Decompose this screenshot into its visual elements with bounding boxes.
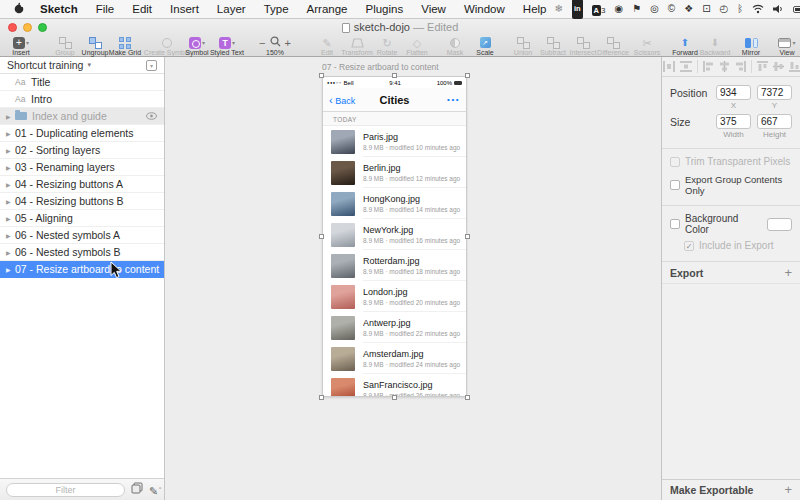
- volume-status-icon[interactable]: [773, 0, 784, 18]
- background-color-checkbox[interactable]: [670, 219, 680, 229]
- insert-button[interactable]: +▾ Insert: [8, 36, 34, 56]
- layer-row-04-resizing-buttons-b[interactable]: ▶ 04 - Resizing buttons B: [0, 193, 164, 210]
- ungroup-button[interactable]: Ungroup: [82, 36, 108, 56]
- resize-handle-bottom-right[interactable]: [465, 395, 470, 400]
- disclosure-triangle-icon[interactable]: ▶: [6, 164, 15, 171]
- make-exportable-add-button[interactable]: +: [784, 484, 792, 496]
- add-export-button[interactable]: +: [784, 267, 792, 279]
- forward-button[interactable]: ⬆ Forward: [672, 36, 698, 56]
- menu-edit[interactable]: Edit: [124, 0, 160, 18]
- resize-handle-middle-right[interactable]: [465, 234, 470, 239]
- background-color-well[interactable]: [767, 218, 792, 231]
- menu-file[interactable]: File: [88, 0, 123, 18]
- size-width-input[interactable]: [716, 114, 751, 129]
- position-y-input[interactable]: [757, 85, 792, 100]
- zoom-out-button[interactable]: −: [259, 37, 265, 49]
- scale-button[interactable]: ↗ Scale: [472, 36, 498, 56]
- layer-row-title[interactable]: Aa Title: [0, 74, 164, 91]
- record-status-icon[interactable]: ◎: [650, 0, 659, 18]
- resize-handle-middle-left[interactable]: [319, 234, 324, 239]
- disclosure-triangle-icon[interactable]: ▶: [6, 113, 15, 120]
- copyright-status-icon[interactable]: ©: [668, 0, 675, 18]
- bluetooth-status-icon[interactable]: ᛒ: [737, 0, 743, 18]
- menu-arrange[interactable]: Arrange: [299, 0, 356, 18]
- menu-plugins[interactable]: Plugins: [357, 0, 411, 18]
- file-row-hongkong[interactable]: HongKong.jpg8.9 MB · modified 14 minutes…: [323, 188, 466, 219]
- disclosure-triangle-icon[interactable]: ▶: [6, 130, 15, 137]
- menu-window[interactable]: Window: [456, 0, 513, 18]
- file-row-rotterdam[interactable]: Rotterdam.jpg8.9 MB · modified 18 minute…: [323, 250, 466, 281]
- adobe-cc-status-icon[interactable]: A3: [592, 0, 606, 20]
- resize-handle-top-center[interactable]: [392, 73, 397, 78]
- size-height-input[interactable]: [757, 114, 792, 129]
- file-row-berlin[interactable]: Berlin.jpg8.9 MB · modified 12 minutes a…: [323, 157, 466, 188]
- menu-layer[interactable]: Layer: [209, 0, 254, 18]
- align-top-icon[interactable]: [757, 61, 768, 72]
- disclosure-triangle-icon[interactable]: ▶: [6, 147, 15, 154]
- view-button[interactable]: ▾ View: [774, 36, 800, 56]
- resize-handle-bottom-left[interactable]: [319, 395, 324, 400]
- pages-icon[interactable]: [131, 482, 143, 497]
- eye-visibility-icon[interactable]: [146, 110, 157, 122]
- menu-help[interactable]: Help: [515, 0, 555, 18]
- symbol-button[interactable]: ▾ Symbol: [184, 36, 210, 56]
- layer-row-04-resizing-buttons-a[interactable]: ▶ 04 - Resizing buttons A: [0, 176, 164, 193]
- export-group-contents-row[interactable]: Export Group Contents Only: [662, 174, 800, 196]
- layer-row-07-resize-artboard-to-content[interactable]: ▶ 07 - Resize artboard to content: [0, 261, 164, 278]
- layer-row-01-duplicating-elements[interactable]: ▶ 01 - Duplicating elements: [0, 125, 164, 142]
- disclosure-triangle-icon[interactable]: ▶: [6, 181, 15, 188]
- resize-handle-top-left[interactable]: [319, 73, 324, 78]
- disclosure-triangle-icon[interactable]: ▶: [6, 232, 15, 239]
- minimize-window-button[interactable]: [23, 23, 32, 32]
- file-row-paris[interactable]: Paris.jpg8.9 MB · modified 10 minutes ag…: [323, 126, 466, 157]
- disclosure-triangle-icon[interactable]: ▶: [6, 249, 15, 256]
- airplay-status-icon[interactable]: ⊡: [702, 0, 710, 18]
- file-row-newyork[interactable]: NewYork.jpg8.9 MB · modified 16 minutes …: [323, 219, 466, 250]
- align-bottom-icon[interactable]: [789, 61, 800, 72]
- time-machine-status-icon[interactable]: ◴: [720, 0, 729, 18]
- position-x-input[interactable]: [716, 85, 751, 100]
- resize-handle-bottom-center[interactable]: [392, 395, 397, 400]
- disclosure-triangle-icon[interactable]: ▶: [6, 266, 15, 273]
- mirror-button[interactable]: Mirror: [738, 36, 764, 56]
- filter-input[interactable]: [6, 483, 125, 497]
- linkedin-status-icon[interactable]: in: [572, 0, 583, 19]
- menu-type[interactable]: Type: [256, 0, 297, 18]
- layer-row-06-nested-symbols-a[interactable]: ▶ 06 - Nested symbols A: [0, 227, 164, 244]
- bookmark-status-icon[interactable]: ⚑: [632, 0, 641, 18]
- disclosure-triangle-icon[interactable]: ▶: [6, 198, 15, 205]
- layer-row-05-aligning[interactable]: ▶ 05 - Aligning: [0, 210, 164, 227]
- artboard-title[interactable]: 07 - Resize artboard to content: [322, 62, 467, 72]
- zoom-window-button[interactable]: [38, 23, 47, 32]
- file-row-antwerp[interactable]: Antwerp.jpg8.9 MB · modified 22 minutes …: [323, 312, 466, 343]
- resize-handle-top-right[interactable]: [465, 73, 470, 78]
- snowflake-status-icon[interactable]: ❄: [554, 0, 562, 18]
- page-list-toggle-icon[interactable]: ▾: [146, 60, 157, 71]
- distribute-horizontally-icon[interactable]: [663, 61, 675, 72]
- close-window-button[interactable]: [8, 23, 17, 32]
- page-selector[interactable]: Shortcut training ▾ ▾: [0, 57, 164, 74]
- align-left-icon[interactable]: [703, 61, 714, 72]
- back-button[interactable]: ‹ Back: [329, 94, 355, 106]
- pencil-icon[interactable]: ✎∘: [149, 481, 162, 498]
- battery-status-icon[interactable]: [793, 6, 800, 13]
- apple-menu-icon[interactable]: [8, 0, 30, 18]
- file-row-amsterdam[interactable]: Amsterdam.jpg8.9 MB · modified 24 minute…: [323, 343, 466, 374]
- dropbox-status-icon[interactable]: ❖: [684, 0, 693, 18]
- file-row-sanfrancisco[interactable]: SanFrancisco.jpg8.9 MB · modified 26 min…: [323, 374, 466, 397]
- layer-row-intro[interactable]: Aa Intro: [0, 91, 164, 108]
- more-options-dots-icon[interactable]: •••: [447, 95, 460, 104]
- background-color-row[interactable]: Background Color: [662, 213, 800, 235]
- menu-insert[interactable]: Insert: [162, 0, 207, 18]
- layer-row-02-sorting-layers[interactable]: ▶ 02 - Sorting layers: [0, 142, 164, 159]
- styled-text-button[interactable]: T▾ Styled Text: [214, 36, 240, 56]
- layer-row-index-and-guide[interactable]: ▶ Index and guide: [0, 108, 164, 125]
- export-group-contents-checkbox[interactable]: [670, 180, 680, 190]
- make-grid-button[interactable]: Make Grid: [112, 36, 138, 56]
- artboard-07-resize-artboard-to-content[interactable]: ●●●○○ Bell 9:41 100% ‹ Back Cities ••• T…: [322, 76, 467, 397]
- menu-sketch[interactable]: Sketch: [32, 0, 86, 18]
- wifi-status-icon[interactable]: [752, 0, 764, 18]
- menu-view[interactable]: View: [413, 0, 454, 18]
- layer-row-06-nested-symbols-b[interactable]: ▶ 06 - Nested symbols B: [0, 244, 164, 261]
- align-center-horizontal-icon[interactable]: [719, 61, 730, 72]
